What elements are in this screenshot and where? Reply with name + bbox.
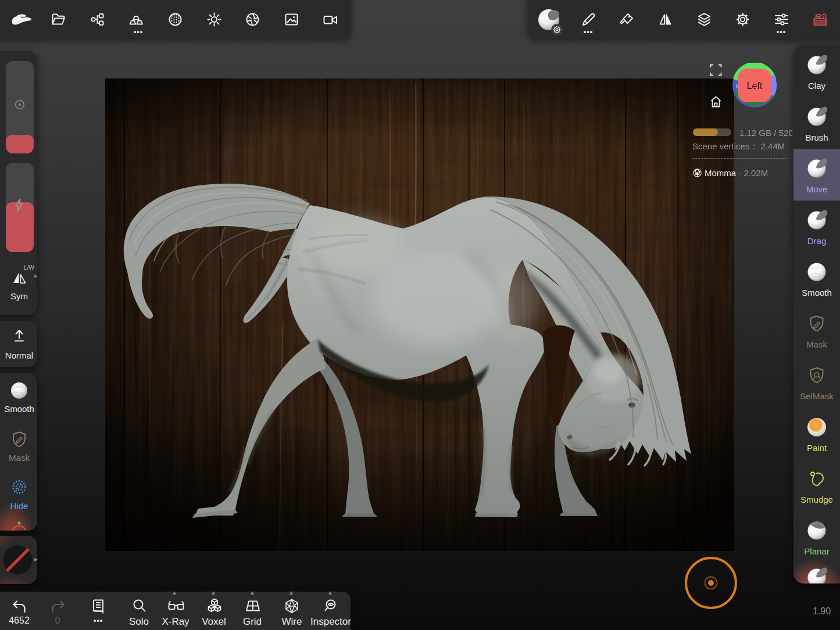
svg-text:Left: Left: [747, 81, 763, 91]
svg-text:k: k: [736, 83, 739, 90]
